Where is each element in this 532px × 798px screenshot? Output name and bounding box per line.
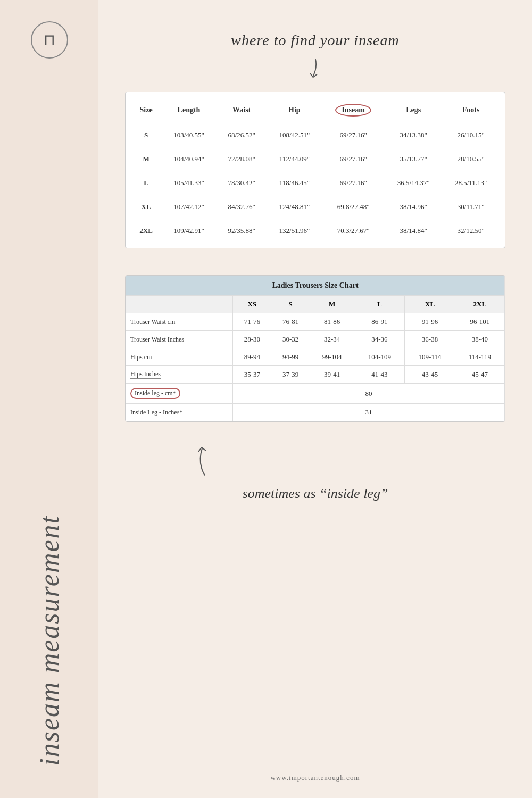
table-row: Hips cm 89-94 94-99 99-104 104-109 109-1…: [126, 348, 505, 366]
cell: 36-38: [405, 331, 455, 348]
cell-size: M: [131, 147, 161, 171]
cell: 35-37: [233, 366, 271, 384]
row-label: Inside leg - cm*: [126, 384, 233, 404]
col-length: Length: [161, 97, 217, 123]
col-s: S: [271, 296, 310, 313]
col-xs: XS: [233, 296, 271, 313]
cell-hip: 112/44.09": [267, 147, 322, 171]
inside-leg-cm-label: Inside leg - cm*: [130, 388, 180, 399]
cell-legs: 35/13.77": [385, 147, 442, 171]
row-label: Trouser Waist Inches: [126, 331, 233, 348]
cell: 86-91: [354, 313, 405, 331]
cell-size: 2XL: [131, 219, 161, 243]
table-row: Inside leg - cm* 80: [126, 384, 505, 404]
cell: 104-109: [354, 348, 405, 366]
cell: 38-40: [455, 331, 504, 348]
inseam-label: Inseam: [335, 104, 371, 117]
cell-inseam: 70.3/27.67": [322, 219, 385, 243]
cell: 39-41: [310, 366, 354, 384]
col-inseam: Inseam: [322, 97, 385, 123]
cell-legs: 38/14.96": [385, 195, 442, 219]
cell: 109-114: [405, 348, 455, 366]
table-row: Hips Inches 35-37 37-39 39-41 41-43 43-4…: [126, 366, 505, 384]
cell: 32-34: [310, 331, 354, 348]
sidebar-vertical-text: inseam measurement: [34, 515, 65, 766]
cell-waist: 92/35.88": [217, 219, 267, 243]
table-row: Trouser Waist cm 71-76 76-81 81-86 86-91…: [126, 313, 505, 331]
cell: 76-81: [271, 313, 310, 331]
table-row: L 105/41.33" 78/30.42" 118/46.45" 69/27.…: [131, 171, 500, 195]
sidebar: ⊓ inseam measurement: [0, 0, 98, 798]
cell-foots: 28.5/11.13": [442, 171, 500, 195]
col-legs: Legs: [385, 97, 442, 123]
cell-waist: 78/30.42": [217, 171, 267, 195]
table-row: S 103/40.55" 68/26.52" 108/42.51" 69/27.…: [131, 123, 500, 147]
cell: 91-96: [405, 313, 455, 331]
cell: 114-119: [455, 348, 504, 366]
page-title: where to find your inseam: [125, 32, 505, 49]
row-label: Hips Inches: [126, 366, 233, 384]
cell-size: S: [131, 123, 161, 147]
cell: 94-99: [271, 348, 310, 366]
cell-hip: 108/42.51": [267, 123, 322, 147]
cell-length: 104/40.94": [161, 147, 217, 171]
main-content: where to find your inseam Size Length Wa…: [98, 0, 532, 798]
logo-icon: ⊓: [44, 32, 55, 47]
cell: 43-45: [405, 366, 455, 384]
bottom-note: sometimes as “inside leg”: [243, 486, 388, 502]
col-size: Size: [131, 97, 161, 123]
cell-foots: 30/11.71": [442, 195, 500, 219]
size-chart-body: S 103/40.55" 68/26.52" 108/42.51" 69/27.…: [131, 123, 500, 243]
cell: 30-32: [271, 331, 310, 348]
cell: 71-76: [233, 313, 271, 331]
col-waist: Waist: [217, 97, 267, 123]
cell: 28-30: [233, 331, 271, 348]
cell-inseam: 69.8/27.48": [322, 195, 385, 219]
cell-foots: 32/12.50": [442, 219, 500, 243]
cell-hip: 124/48.81": [267, 195, 322, 219]
cell-size: L: [131, 171, 161, 195]
cell-length: 107/42.12": [161, 195, 217, 219]
cell-legs: 38/14.84": [385, 219, 442, 243]
cell: 96-101: [455, 313, 504, 331]
table-row: M 104/40.94" 72/28.08" 112/44.09" 69/27.…: [131, 147, 500, 171]
cell-waist: 72/28.08": [217, 147, 267, 171]
table-row: XL 107/42.12" 84/32.76" 124/48.81" 69.8/…: [131, 195, 500, 219]
hips-inches-label: Hips Inches: [130, 370, 161, 379]
cell-inseam: 69/27.16": [322, 171, 385, 195]
cell-length: 105/41.33": [161, 171, 217, 195]
website-footer: www.importantenough.com: [98, 774, 532, 782]
cell-hip: 118/46.45": [267, 171, 322, 195]
arrow-up-left: [125, 438, 505, 480]
cell-size: XL: [131, 195, 161, 219]
cell: 45-47: [455, 366, 504, 384]
col-xl: XL: [405, 296, 455, 313]
col-foots: Foots: [442, 97, 500, 123]
row-label: Trouser Waist cm: [126, 313, 233, 331]
ladies-chart-title: Ladies Trousers Size Chart: [126, 276, 505, 296]
cell: 89-94: [233, 348, 271, 366]
row-label: Inside Leg - Inches*: [126, 404, 233, 421]
row-label: Hips cm: [126, 348, 233, 366]
cell-full: 31: [233, 404, 505, 421]
size-chart-wrapper: Size Length Waist Hip Inseam Legs Foots …: [125, 92, 505, 248]
cell-hip: 132/51.96": [267, 219, 322, 243]
col-empty: [126, 296, 233, 313]
bottom-section: sometimes as “inside leg”: [125, 438, 505, 502]
heading-section: where to find your inseam: [125, 32, 505, 49]
website-url: www.importantenough.com: [270, 774, 360, 782]
cell-legs: 34/13.38": [385, 123, 442, 147]
cell: 41-43: [354, 366, 405, 384]
table-row: Inside Leg - Inches* 31: [126, 404, 505, 421]
cell-full: 80: [233, 384, 505, 404]
cell-length: 109/42.91": [161, 219, 217, 243]
cell: 37-39: [271, 366, 310, 384]
ladies-title-row: Ladies Trousers Size Chart: [126, 276, 505, 296]
cell-waist: 68/26.52": [217, 123, 267, 147]
cell-waist: 84/32.76": [217, 195, 267, 219]
cell: 34-36: [354, 331, 405, 348]
size-chart-table: Size Length Waist Hip Inseam Legs Foots …: [131, 97, 500, 243]
cell-foots: 28/10.55": [442, 147, 500, 171]
arrow-down: [302, 57, 329, 84]
cell-legs: 36.5/14.37": [385, 171, 442, 195]
